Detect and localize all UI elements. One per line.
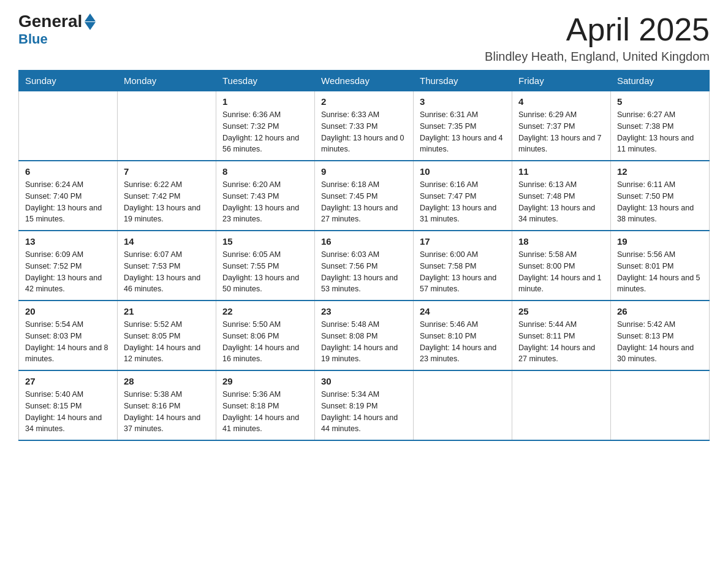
day-info: Sunrise: 6:03 AMSunset: 7:56 PMDaylight:… bbox=[321, 249, 407, 295]
day-info: Sunrise: 6:18 AMSunset: 7:45 PMDaylight:… bbox=[321, 179, 407, 225]
day-number: 23 bbox=[321, 306, 407, 316]
calendar-week-row: 27Sunrise: 5:40 AMSunset: 8:15 PMDayligh… bbox=[19, 370, 710, 440]
calendar-day-cell: 14Sunrise: 6:07 AMSunset: 7:53 PMDayligh… bbox=[118, 231, 216, 301]
day-info: Sunrise: 5:46 AMSunset: 8:10 PMDaylight:… bbox=[420, 319, 506, 365]
calendar-day-cell: 5Sunrise: 6:27 AMSunset: 7:38 PMDaylight… bbox=[611, 91, 710, 161]
calendar-day-cell: 18Sunrise: 5:58 AMSunset: 8:00 PMDayligh… bbox=[512, 231, 611, 301]
day-number: 27 bbox=[25, 376, 111, 386]
day-number: 14 bbox=[124, 236, 210, 247]
calendar-day-cell: 28Sunrise: 5:38 AMSunset: 8:16 PMDayligh… bbox=[118, 370, 216, 440]
day-number: 9 bbox=[321, 166, 407, 177]
calendar-day-cell bbox=[414, 370, 512, 440]
day-number: 18 bbox=[518, 236, 604, 247]
day-info: Sunrise: 6:00 AMSunset: 7:58 PMDaylight:… bbox=[420, 249, 506, 295]
calendar-day-cell bbox=[118, 91, 216, 161]
day-number: 25 bbox=[518, 306, 604, 316]
calendar-day-cell: 19Sunrise: 5:56 AMSunset: 8:01 PMDayligh… bbox=[611, 231, 710, 301]
calendar-day-cell: 30Sunrise: 5:34 AMSunset: 8:19 PMDayligh… bbox=[315, 370, 414, 440]
day-info: Sunrise: 6:22 AMSunset: 7:42 PMDaylight:… bbox=[124, 179, 210, 225]
calendar-day-cell bbox=[512, 370, 611, 440]
day-info: Sunrise: 6:36 AMSunset: 7:32 PMDaylight:… bbox=[222, 109, 308, 155]
day-number: 22 bbox=[222, 306, 308, 316]
calendar-header-row: SundayMondayTuesdayWednesdayThursdayFrid… bbox=[19, 71, 710, 91]
day-info: Sunrise: 6:27 AMSunset: 7:38 PMDaylight:… bbox=[617, 109, 703, 155]
location-text: Blindley Heath, England, United Kingdom bbox=[485, 50, 710, 64]
calendar-day-cell: 15Sunrise: 6:05 AMSunset: 7:55 PMDayligh… bbox=[216, 231, 315, 301]
day-info: Sunrise: 6:11 AMSunset: 7:50 PMDaylight:… bbox=[617, 179, 703, 225]
calendar-day-cell: 29Sunrise: 5:36 AMSunset: 8:18 PMDayligh… bbox=[216, 370, 315, 440]
calendar-day-cell: 9Sunrise: 6:18 AMSunset: 7:45 PMDaylight… bbox=[315, 161, 414, 231]
day-info: Sunrise: 5:58 AMSunset: 8:00 PMDaylight:… bbox=[518, 249, 604, 295]
day-info: Sunrise: 6:05 AMSunset: 7:55 PMDaylight:… bbox=[222, 249, 308, 295]
calendar-day-cell: 11Sunrise: 6:13 AMSunset: 7:48 PMDayligh… bbox=[512, 161, 611, 231]
calendar-day-cell: 12Sunrise: 6:11 AMSunset: 7:50 PMDayligh… bbox=[611, 161, 710, 231]
day-number: 12 bbox=[617, 166, 703, 177]
calendar-day-cell: 24Sunrise: 5:46 AMSunset: 8:10 PMDayligh… bbox=[414, 301, 512, 370]
day-info: Sunrise: 5:38 AMSunset: 8:16 PMDaylight:… bbox=[124, 389, 210, 435]
calendar-day-cell: 4Sunrise: 6:29 AMSunset: 7:37 PMDaylight… bbox=[512, 91, 611, 161]
logo: General Blue bbox=[18, 12, 96, 47]
calendar-day-cell: 20Sunrise: 5:54 AMSunset: 8:03 PMDayligh… bbox=[19, 301, 118, 370]
day-info: Sunrise: 5:34 AMSunset: 8:19 PMDaylight:… bbox=[321, 389, 407, 435]
day-number: 26 bbox=[617, 306, 703, 316]
day-info: Sunrise: 6:16 AMSunset: 7:47 PMDaylight:… bbox=[420, 179, 506, 225]
calendar-day-cell: 13Sunrise: 6:09 AMSunset: 7:52 PMDayligh… bbox=[19, 231, 118, 301]
calendar-day-cell: 23Sunrise: 5:48 AMSunset: 8:08 PMDayligh… bbox=[315, 301, 414, 370]
calendar-day-cell: 6Sunrise: 6:24 AMSunset: 7:40 PMDaylight… bbox=[19, 161, 118, 231]
calendar-day-cell: 21Sunrise: 5:52 AMSunset: 8:05 PMDayligh… bbox=[118, 301, 216, 370]
calendar-week-row: 1Sunrise: 6:36 AMSunset: 7:32 PMDaylight… bbox=[19, 91, 710, 161]
calendar-day-cell: 17Sunrise: 6:00 AMSunset: 7:58 PMDayligh… bbox=[414, 231, 512, 301]
calendar-day-cell bbox=[611, 370, 710, 440]
day-number: 7 bbox=[124, 166, 210, 177]
day-number: 16 bbox=[321, 236, 407, 247]
day-info: Sunrise: 5:48 AMSunset: 8:08 PMDaylight:… bbox=[321, 319, 407, 365]
calendar-day-cell bbox=[19, 91, 118, 161]
calendar-day-header: Wednesday bbox=[315, 71, 414, 91]
calendar-day-header: Friday bbox=[512, 71, 611, 91]
calendar-day-cell: 7Sunrise: 6:22 AMSunset: 7:42 PMDaylight… bbox=[118, 161, 216, 231]
day-info: Sunrise: 5:56 AMSunset: 8:01 PMDaylight:… bbox=[617, 249, 703, 295]
day-info: Sunrise: 5:52 AMSunset: 8:05 PMDaylight:… bbox=[124, 319, 210, 365]
calendar-day-cell: 16Sunrise: 6:03 AMSunset: 7:56 PMDayligh… bbox=[315, 231, 414, 301]
day-number: 19 bbox=[617, 236, 703, 247]
day-number: 1 bbox=[222, 96, 308, 107]
page-header: General Blue April 2025 Blindley Heath, … bbox=[18, 12, 710, 64]
day-info: Sunrise: 5:36 AMSunset: 8:18 PMDaylight:… bbox=[222, 389, 308, 435]
day-number: 24 bbox=[420, 306, 506, 316]
logo-general: General bbox=[18, 13, 82, 30]
day-info: Sunrise: 6:31 AMSunset: 7:35 PMDaylight:… bbox=[420, 109, 506, 155]
day-info: Sunrise: 5:50 AMSunset: 8:06 PMDaylight:… bbox=[222, 319, 308, 365]
calendar-day-cell: 2Sunrise: 6:33 AMSunset: 7:33 PMDaylight… bbox=[315, 91, 414, 161]
day-info: Sunrise: 5:42 AMSunset: 8:13 PMDaylight:… bbox=[617, 319, 703, 365]
day-number: 6 bbox=[25, 166, 111, 177]
calendar-day-cell: 25Sunrise: 5:44 AMSunset: 8:11 PMDayligh… bbox=[512, 301, 611, 370]
day-number: 2 bbox=[321, 96, 407, 107]
title-section: April 2025 Blindley Heath, England, Unit… bbox=[485, 12, 710, 64]
calendar-day-cell: 10Sunrise: 6:16 AMSunset: 7:47 PMDayligh… bbox=[414, 161, 512, 231]
day-info: Sunrise: 6:13 AMSunset: 7:48 PMDaylight:… bbox=[518, 179, 604, 225]
day-info: Sunrise: 6:29 AMSunset: 7:37 PMDaylight:… bbox=[518, 109, 604, 155]
calendar-table: SundayMondayTuesdayWednesdayThursdayFrid… bbox=[18, 70, 710, 441]
day-number: 20 bbox=[25, 306, 111, 316]
calendar-week-row: 13Sunrise: 6:09 AMSunset: 7:52 PMDayligh… bbox=[19, 231, 710, 301]
day-info: Sunrise: 6:07 AMSunset: 7:53 PMDaylight:… bbox=[124, 249, 210, 295]
day-number: 30 bbox=[321, 376, 407, 386]
day-number: 28 bbox=[124, 376, 210, 386]
day-info: Sunrise: 6:33 AMSunset: 7:33 PMDaylight:… bbox=[321, 109, 407, 155]
day-number: 11 bbox=[518, 166, 604, 177]
day-number: 8 bbox=[222, 166, 308, 177]
logo-blue-text: Blue bbox=[18, 31, 48, 47]
day-number: 29 bbox=[222, 376, 308, 386]
day-number: 13 bbox=[25, 236, 111, 247]
day-number: 4 bbox=[518, 96, 604, 107]
day-info: Sunrise: 6:24 AMSunset: 7:40 PMDaylight:… bbox=[25, 179, 111, 225]
day-number: 15 bbox=[222, 236, 308, 247]
calendar-week-row: 6Sunrise: 6:24 AMSunset: 7:40 PMDaylight… bbox=[19, 161, 710, 231]
day-number: 17 bbox=[420, 236, 506, 247]
month-title: April 2025 bbox=[485, 12, 710, 47]
calendar-day-header: Saturday bbox=[611, 71, 710, 91]
calendar-day-header: Sunday bbox=[19, 71, 118, 91]
day-info: Sunrise: 5:40 AMSunset: 8:15 PMDaylight:… bbox=[25, 389, 111, 435]
calendar-day-cell: 1Sunrise: 6:36 AMSunset: 7:32 PMDaylight… bbox=[216, 91, 315, 161]
day-info: Sunrise: 6:20 AMSunset: 7:43 PMDaylight:… bbox=[222, 179, 308, 225]
